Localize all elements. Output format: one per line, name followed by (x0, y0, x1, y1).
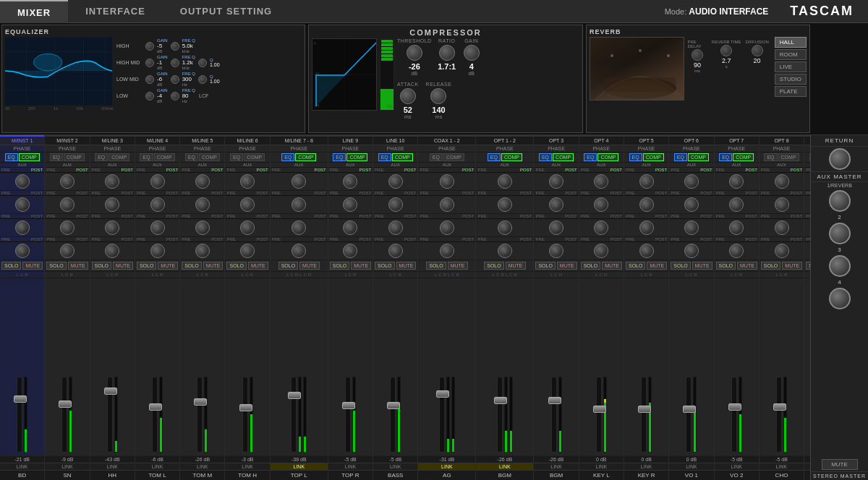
ch-aux2-knob[interactable]: 2 (343, 197, 357, 212)
ch-aux3-knob[interactable]: 3 (343, 220, 357, 235)
ch-mute-btn[interactable]: MUTE (448, 262, 468, 270)
ch-name[interactable]: M/INST 2 (45, 135, 89, 145)
ch-aux1-knob[interactable]: 1 (775, 174, 789, 189)
ch-fader-thumb[interactable] (194, 398, 207, 406)
ch-comp-btn[interactable]: COMP (688, 153, 709, 161)
ch-link-btn[interactable]: LINK (418, 463, 475, 470)
ch-eq-btn[interactable]: EQ (764, 153, 777, 161)
ch-aux3-knob[interactable]: 3 (594, 220, 608, 235)
ch-name[interactable]: M/LINE 7 - 8 (271, 135, 328, 145)
ch-link-btn[interactable]: LINK (624, 463, 668, 470)
ch-aux3-knob[interactable]: 3 (440, 220, 454, 235)
ch-aux3-knob[interactable]: 3 (15, 220, 30, 235)
ch-solo-btn[interactable]: SOLO (581, 262, 600, 270)
eq-hmid-freq-knob[interactable] (171, 59, 179, 67)
ch-aux4-knob[interactable]: 4 (105, 244, 119, 258)
ch-mute-btn[interactable]: MUTE (647, 262, 667, 270)
aux-master-4-knob[interactable] (829, 288, 851, 309)
ch-aux4-knob[interactable]: 4 (388, 244, 403, 258)
ch-link-btn[interactable]: LINK (760, 463, 804, 470)
aux-master-1-knob[interactable] (829, 190, 851, 212)
aux-master-2-knob[interactable] (829, 223, 851, 244)
ch-fader-thumb[interactable] (104, 387, 117, 395)
ch-comp-btn[interactable]: COMP (392, 153, 413, 161)
ch-mute-btn[interactable]: MUTE (602, 262, 622, 270)
ch-fader-thumb[interactable] (638, 406, 651, 413)
ch-aux2-knob[interactable]: 2 (775, 197, 789, 212)
ch-comp-btn[interactable]: COMP (199, 153, 220, 161)
ch-aux4-knob[interactable]: 4 (639, 244, 654, 258)
ch-name[interactable]: OPT 8 (760, 135, 804, 145)
ch-name[interactable]: M/LINE 6 (225, 135, 269, 145)
ch-comp-btn[interactable]: COMP (244, 153, 265, 161)
ratio-knob[interactable] (439, 45, 455, 61)
ch-fader-thumb[interactable] (773, 403, 786, 411)
ch-comp-btn[interactable]: COMP (778, 153, 799, 161)
ch-aux3-knob[interactable]: 3 (105, 220, 119, 235)
ch-mute-btn[interactable]: MUTE (396, 262, 417, 270)
ch-eq-btn[interactable]: EQ (539, 153, 552, 161)
diffusion-knob[interactable] (752, 45, 763, 56)
eq-high-gain-knob[interactable] (145, 42, 154, 51)
ch-solo-btn[interactable]: SOLO (137, 262, 156, 270)
ch-fader-thumb[interactable] (342, 402, 355, 409)
ch-solo-btn[interactable]: SOLO (484, 262, 503, 270)
ch-aux2-knob[interactable]: 2 (105, 197, 119, 212)
ch-aux4-knob[interactable]: 4 (150, 244, 165, 258)
ch-aux1-knob[interactable]: 1 (594, 174, 608, 189)
ch-aux2-knob[interactable]: 2 (729, 197, 744, 212)
ch-aux1-knob[interactable]: 1 (729, 174, 744, 189)
ch-link-btn[interactable]: LINK (271, 463, 328, 470)
ch-aux4-knob[interactable]: 4 (498, 244, 512, 258)
eq-low-freq-knob[interactable] (171, 92, 179, 100)
ch-aux1-knob[interactable]: 1 (343, 174, 357, 189)
ch-eq-btn[interactable]: EQ (5, 153, 18, 161)
ch-solo-btn[interactable]: SOLO (671, 262, 690, 270)
ch-solo-btn[interactable]: SOLO (761, 262, 780, 270)
ch-mute-btn[interactable]: MUTE (692, 262, 712, 270)
ch-fader-thumb[interactable] (59, 400, 72, 408)
ch-eq-btn[interactable]: EQ (430, 153, 443, 161)
reverb-type-plate[interactable]: PLATE (775, 86, 807, 97)
ch-aux4-knob[interactable]: 4 (343, 244, 357, 258)
eq-lmid-freq-knob[interactable] (171, 75, 179, 84)
ch-eq-btn[interactable]: EQ (719, 153, 732, 161)
ch-aux3-knob[interactable]: 3 (549, 220, 563, 235)
ch-aux2-knob[interactable]: 2 (639, 197, 654, 212)
eq-lmid-gain-knob[interactable] (145, 75, 154, 84)
ch-name[interactable]: LINE 10 (373, 135, 417, 145)
ch-link-btn[interactable]: LINK (135, 463, 179, 470)
ch-aux4-knob[interactable]: 4 (440, 244, 454, 258)
ch-eq-btn[interactable]: EQ (50, 153, 63, 161)
right-mute-btn[interactable]: MUTE (822, 459, 858, 470)
ch-link-btn[interactable]: LINK (90, 463, 135, 470)
ch-aux4-knob[interactable]: 4 (729, 244, 744, 258)
ch-aux4-knob[interactable]: 4 (240, 244, 255, 258)
release-knob[interactable] (430, 88, 446, 104)
ch-aux2-knob[interactable]: 2 (150, 197, 165, 212)
ch-aux2-knob[interactable]: 2 (195, 197, 210, 212)
pre-delay-knob[interactable] (692, 49, 703, 61)
ch-mute-btn[interactable]: MUTE (113, 262, 133, 270)
ch-link-btn[interactable]: LINK (804, 463, 810, 470)
ch-aux3-knob[interactable]: 3 (498, 220, 512, 235)
reverb-type-live[interactable]: LIVE (775, 61, 807, 72)
ch-name[interactable]: LINE 9 (328, 135, 373, 145)
ch-mute-btn[interactable]: MUTE (203, 262, 224, 270)
ch-solo-btn[interactable]: SOLO (226, 262, 246, 270)
ch-link-btn[interactable]: LINK (45, 463, 89, 470)
ch-comp-btn[interactable]: COMP (154, 153, 175, 161)
ch-comp-btn[interactable]: COMP (295, 153, 316, 161)
ch-aux3-knob[interactable]: 3 (150, 220, 165, 235)
ch-fader-thumb[interactable] (436, 390, 449, 398)
ch-aux1-knob[interactable]: 1 (292, 174, 306, 189)
ch-aux4-knob[interactable]: 4 (775, 244, 789, 258)
ch-name[interactable]: M/LINE 5 (180, 135, 224, 145)
eq-hmid-q-knob[interactable] (198, 59, 207, 67)
ch-aux2-knob[interactable]: 2 (60, 197, 75, 212)
ch-name[interactable]: M/LINE 3 (90, 135, 135, 145)
ch-mute-btn[interactable]: MUTE (248, 262, 268, 270)
ch-mute-btn[interactable]: MUTE (737, 262, 757, 270)
ch-aux1-knob[interactable]: 1 (639, 174, 654, 189)
ch-solo-btn[interactable]: SOLO (426, 262, 446, 270)
